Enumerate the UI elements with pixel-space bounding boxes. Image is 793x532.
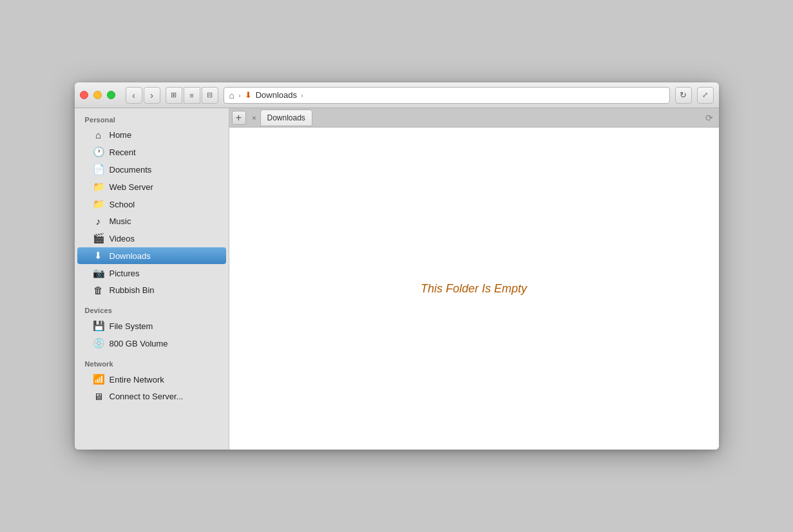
sidebar-item-file-system[interactable]: 💾 File System <box>77 318 226 334</box>
column-view-button[interactable]: ⊟ <box>202 87 218 104</box>
sidebar-item-videos[interactable]: 🎬 Videos <box>77 230 226 247</box>
downloads-tab[interactable]: Downloads <box>260 109 312 126</box>
sidebar-entire-network-label: Entire Network <box>110 375 164 385</box>
downloads-icon: ⬇ <box>93 250 104 261</box>
sidebar-item-home[interactable]: ⌂ Home <box>77 127 226 143</box>
connect-server-icon: 🖥 <box>93 391 104 402</box>
rubbish-bin-icon: 🗑 <box>93 285 104 296</box>
sidebar-home-label: Home <box>110 130 132 140</box>
sidebar-item-documents[interactable]: 📄 Documents <box>77 161 226 178</box>
sidebar-recent-label: Recent <box>110 147 136 157</box>
history-button[interactable]: ⟳ <box>702 111 716 125</box>
back-icon: ‹ <box>132 90 135 100</box>
sidebar-item-downloads[interactable]: ⬇ Downloads <box>77 247 226 264</box>
sidebar-school-label: School <box>110 200 135 209</box>
sidebar-item-entire-network[interactable]: 📶 Entire Network <box>77 371 226 388</box>
documents-icon: 📄 <box>93 164 104 175</box>
add-tab-button[interactable]: + <box>232 111 246 125</box>
address-bar[interactable]: ⌂ › ⬇ Downloads › <box>224 87 670 104</box>
sidebar-item-music[interactable]: ♪ Music <box>77 213 226 229</box>
pictures-icon: 📷 <box>93 267 104 279</box>
fullscreen-icon: ⤢ <box>702 91 708 99</box>
home-sidebar-icon: ⌂ <box>93 129 104 140</box>
sidebar-item-recent[interactable]: 🕐 Recent <box>77 144 226 160</box>
address-end-sep: › <box>301 91 303 99</box>
sidebar-800gb-label: 800 GB Volume <box>110 339 168 348</box>
sidebar-rubbish-bin-label: Rubbish Bin <box>110 285 155 295</box>
list-icon: ≡ <box>189 91 193 99</box>
address-separator: › <box>238 91 241 99</box>
school-icon: 📁 <box>93 198 104 210</box>
list-view-button[interactable]: ≡ <box>184 87 200 104</box>
close-button[interactable]: × <box>80 91 88 99</box>
sidebar-item-rubbish-bin[interactable]: 🗑 Rubbish Bin <box>77 282 226 298</box>
refresh-icon: ↻ <box>680 90 687 100</box>
sidebar-item-school[interactable]: 📁 School <box>77 196 226 213</box>
tab-close-button[interactable]: × <box>249 112 260 124</box>
grid-view-button[interactable]: ⊞ <box>166 87 182 104</box>
sidebar-connect-server-label: Connect to Server... <box>110 392 184 401</box>
volume-icon: 💿 <box>93 337 104 349</box>
sidebar-item-connect-to-server[interactable]: 🖥 Connect to Server... <box>77 388 226 404</box>
nav-buttons: ‹ › <box>126 87 160 104</box>
tab-label: Downloads <box>267 113 305 122</box>
sidebar-downloads-label: Downloads <box>110 251 151 261</box>
grid-icon: ⊞ <box>171 91 177 99</box>
file-system-icon: 💾 <box>93 320 104 332</box>
file-manager-window: × − + ‹ › ⊞ ≡ ⊟ ⌂ › ⬇ Download <box>75 82 719 450</box>
fullscreen-button[interactable]: ⤢ <box>697 87 714 104</box>
videos-icon: 🎬 <box>93 233 104 244</box>
main-area: Personal ⌂ Home 🕐 Recent 📄 Documents 📁 W… <box>75 108 719 450</box>
sidebar-item-pictures[interactable]: 📷 Pictures <box>77 265 226 281</box>
music-icon: ♪ <box>93 216 104 227</box>
minimize-button[interactable]: − <box>93 91 102 99</box>
forward-icon: › <box>150 90 153 100</box>
downloads-folder-icon: ⬇ <box>245 90 252 100</box>
titlebar: × − + ‹ › ⊞ ≡ ⊟ ⌂ › ⬇ Download <box>75 82 719 108</box>
sidebar-file-system-label: File System <box>110 321 153 331</box>
column-icon: ⊟ <box>207 91 213 99</box>
content-area: + × Downloads ⟳ This Folder Is Empty <box>229 108 719 450</box>
home-icon: ⌂ <box>229 90 234 100</box>
sidebar-pictures-label: Pictures <box>110 269 140 278</box>
web-server-icon: 📁 <box>93 181 104 193</box>
refresh-button[interactable]: ↻ <box>675 87 692 104</box>
back-button[interactable]: ‹ <box>126 87 142 104</box>
history-icon: ⟳ <box>705 113 713 123</box>
entire-network-icon: 📶 <box>93 374 104 385</box>
sidebar-documents-label: Documents <box>110 165 152 175</box>
empty-folder-message: This Folder Is Empty <box>421 282 527 296</box>
view-buttons: ⊞ ≡ ⊟ <box>166 87 218 104</box>
forward-button[interactable]: › <box>144 87 160 104</box>
personal-section-label: Personal <box>75 108 229 126</box>
sidebar-item-web-server[interactable]: 📁 Web Server <box>77 178 226 195</box>
maximize-button[interactable]: + <box>107 91 115 99</box>
sidebar-music-label: Music <box>110 216 131 226</box>
sidebar: Personal ⌂ Home 🕐 Recent 📄 Documents 📁 W… <box>75 108 229 450</box>
sidebar-item-800gb[interactable]: 💿 800 GB Volume <box>77 335 226 352</box>
tab-bar: + × Downloads ⟳ <box>229 108 719 128</box>
network-section-label: Network <box>75 352 229 370</box>
sidebar-videos-label: Videos <box>110 234 135 243</box>
devices-section-label: Devices <box>75 299 229 317</box>
recent-icon: 🕐 <box>93 146 104 158</box>
address-path-text: Downloads <box>256 90 297 100</box>
sidebar-web-server-label: Web Server <box>110 182 153 192</box>
content-body: This Folder Is Empty <box>229 128 719 450</box>
